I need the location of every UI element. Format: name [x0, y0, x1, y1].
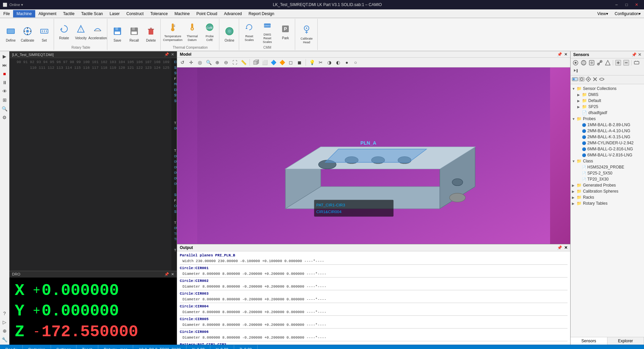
strip-view-button[interactable]: 👁	[1, 88, 8, 95]
sensor-tool1[interactable]	[572, 59, 579, 66]
status-settings[interactable]: Settings	[51, 345, 76, 349]
probe-2mm-cyl[interactable]: 🔵 2MM-CYLINDER-U-2.942	[571, 140, 644, 146]
code-lines[interactable]: ENDMES $$<MEAS_CIRCLE > $$<MEAS_CIRCLE n…	[171, 58, 177, 271]
reset-scales-button[interactable]: ResetScales	[241, 21, 257, 43]
sensor-tool13[interactable]	[592, 76, 598, 83]
sensors-close-icon[interactable]: ✕	[638, 52, 641, 57]
maximize-button[interactable]: □	[622, 1, 631, 8]
class-sp25[interactable]: 📄 SP25-2_5X50	[571, 170, 644, 176]
output-content[interactable]: Parallel planes PRI_PLN_BWidth 230.00000…	[177, 251, 570, 345]
menu-advanced[interactable]: Advanced	[221, 10, 245, 17]
strip-tool-button[interactable]: 🔧	[1, 336, 8, 343]
recall-button[interactable]: Recall	[126, 25, 142, 44]
model-close-icon[interactable]: ✕	[564, 52, 568, 57]
status-cartesian[interactable]: Cartesian	[23, 345, 51, 349]
sensor-collections-item[interactable]: ▼ 📁 Sensor Collections	[571, 86, 644, 92]
set-button[interactable]: Set	[36, 25, 52, 44]
rotary-tables-item[interactable]: ▶ 📁 Rotary Tables	[571, 200, 644, 206]
park-button[interactable]: P Park	[277, 23, 293, 42]
sensor-tool11[interactable]	[579, 76, 585, 83]
class-hsms[interactable]: 📄 HSMS2429_PROBE	[571, 164, 644, 170]
sensor-tool7[interactable]	[623, 59, 630, 66]
define-button[interactable]: Define	[3, 25, 19, 44]
model-fit-icon[interactable]: ⛶	[231, 58, 239, 66]
save-button[interactable]: Save	[109, 25, 125, 44]
output-close-icon[interactable]: ✕	[564, 245, 568, 250]
menu-configuration[interactable]: Configuration▾	[611, 10, 644, 17]
sensor-tool3[interactable]	[588, 59, 595, 66]
gen-probes-item[interactable]: ▶ 📁 Generated Probes	[571, 182, 644, 188]
strip-run-button[interactable]: ▶	[1, 53, 8, 60]
strip-grid-button[interactable]: ⊞	[1, 96, 8, 104]
menu-tolerance[interactable]: Tolerance	[147, 10, 171, 17]
model-zoomin2-icon[interactable]: ⊕	[213, 58, 221, 66]
sensor-tool10[interactable]	[572, 76, 578, 83]
probe-2mm-a[interactable]: 🔵 2MM-BALL-A-4.10-LNG	[571, 128, 644, 134]
menu-view[interactable]: View▾	[594, 10, 611, 17]
model-view2-icon[interactable]: ◼	[296, 58, 304, 66]
model-rotate-icon[interactable]: ↺	[178, 58, 186, 66]
menu-point-cloud[interactable]: Point Cloud	[193, 10, 221, 17]
delete-button[interactable]: Delete	[143, 25, 159, 44]
strip-stop-button[interactable]: ■	[1, 70, 8, 78]
model-cube1-icon[interactable]: ⬜	[261, 58, 269, 66]
strip-step-button[interactable]: ⏭	[1, 61, 8, 69]
status-teach[interactable]: Teach	[76, 345, 98, 349]
calibrate-button[interactable]: Calibrate	[19, 25, 36, 44]
menu-construct[interactable]: Construct	[123, 10, 147, 17]
model-target-icon[interactable]: ◎	[196, 58, 204, 66]
sensor-tool2[interactable]	[580, 59, 587, 66]
model-shade4-icon[interactable]: ○	[352, 58, 360, 66]
sensor-dfsadf[interactable]: 📄 dfsadfgadf	[571, 110, 644, 116]
menu-file[interactable]: File	[0, 10, 13, 17]
strip-probe-button[interactable]: ⊕	[1, 327, 8, 335]
probe-2mm-k[interactable]: 🔵 2MM-BALL-K-3.15-LNG	[571, 134, 644, 140]
tab-explorer[interactable]: Explorer	[607, 337, 644, 345]
menu-tactile[interactable]: Tactile	[60, 10, 78, 17]
model-zoomin-icon[interactable]: 🔍	[205, 58, 213, 66]
code-pin-icon[interactable]: 📌	[164, 52, 169, 57]
racks-item[interactable]: ▶ 📁 Racks	[571, 194, 644, 200]
menu-report-design[interactable]: Report Design	[245, 10, 278, 17]
sensor-dmis[interactable]: ▶ 📁 DMIS	[571, 92, 644, 98]
model-zoomout-icon[interactable]: ⊖	[222, 58, 230, 66]
model-measure-icon[interactable]: 📏	[239, 58, 248, 66]
sensor-tool8[interactable]	[633, 59, 640, 66]
menu-alignment[interactable]: Alignment	[35, 10, 60, 17]
window-controls[interactable]: – □ ✕	[612, 1, 641, 8]
menu-laser[interactable]: Laser	[106, 10, 123, 17]
sensor-tool9[interactable]	[572, 67, 579, 74]
close-button[interactable]: ✕	[632, 1, 641, 8]
model-box-icon[interactable]	[252, 58, 260, 66]
cal-spheres-item[interactable]: ▶ 📁 Calibration Spheres	[571, 188, 644, 194]
probes-item[interactable]: ▼ 📁 Probes	[571, 116, 644, 122]
rotate-button[interactable]: Rotate	[56, 23, 72, 42]
dro-pin-icon[interactable]: 📌	[164, 272, 169, 277]
code-content[interactable]: 90 91 92 93 94 95 96 97 98 99 100 101 10…	[9, 58, 177, 271]
temp-compensation-button[interactable]: TemperatureCompensation	[163, 21, 183, 43]
output-pin-icon[interactable]: 📌	[557, 245, 562, 250]
class-item[interactable]: ▼ 📁 Class	[571, 158, 644, 164]
dmis-reset-button[interactable]: DMIS DMIS ResetScales	[258, 19, 277, 45]
strip-help-button[interactable]: ?	[1, 310, 8, 317]
sensors-pin-icon[interactable]: 📌	[632, 52, 637, 57]
sensor-default[interactable]: ▶ 📁 Default	[571, 98, 644, 104]
model-clipping-icon[interactable]: ✂	[317, 58, 325, 66]
model-cube3-icon[interactable]: 🔶	[278, 58, 286, 66]
model-light-icon[interactable]: 💡	[308, 58, 316, 66]
velocity-button[interactable]: Velocity	[73, 23, 89, 42]
sensor-tool14[interactable]	[599, 76, 605, 83]
probe-6mm-g[interactable]: 🔵 6MM-BALL-G-2.816-LNG	[571, 146, 644, 152]
sensor-tool12[interactable]	[585, 76, 591, 83]
minimize-button[interactable]: –	[612, 1, 621, 8]
menu-tactile-scan[interactable]: Tactile Scan	[78, 10, 106, 17]
model-shade1-icon[interactable]: ◑	[325, 58, 333, 66]
probe-6mm-v[interactable]: 🔵 6MM-BALL-V-2.816-LNG	[571, 152, 644, 158]
sensor-tool6[interactable]	[614, 59, 622, 66]
sensor-tool4[interactable]	[596, 59, 603, 66]
strip-nav-button[interactable]: ▷	[1, 318, 8, 326]
model-pin-icon[interactable]: 📌	[557, 52, 562, 57]
strip-zoom-button[interactable]: 🔍	[1, 105, 8, 112]
thermal-datum-button[interactable]: ThermalDatum	[183, 21, 201, 43]
class-tp20[interactable]: 📄 TP20_3X30	[571, 176, 644, 182]
